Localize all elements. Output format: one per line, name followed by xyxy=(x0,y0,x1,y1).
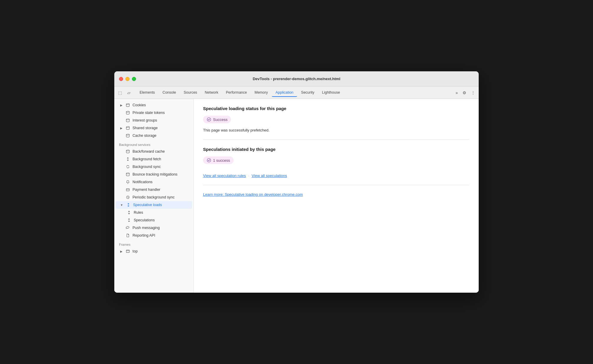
learn-more-link[interactable]: Learn more: Speculative loading on devel… xyxy=(203,192,469,197)
svg-rect-9 xyxy=(126,250,130,253)
section-learn-more: Learn more: Speculative loading on devel… xyxy=(203,192,469,197)
tab-performance[interactable]: Performance xyxy=(222,89,251,97)
close-button[interactable] xyxy=(119,77,123,81)
window-title: DevTools - prerender-demos.glitch.me/nex… xyxy=(253,77,340,81)
sidebar-label-bounce-tracking: Bounce tracking mitigations xyxy=(133,172,177,176)
tab-network[interactable]: Network xyxy=(201,89,222,97)
sidebar-label-back-forward-cache: Back/forward cache xyxy=(133,149,165,154)
links-row: View all speculation rules · View all sp… xyxy=(203,173,469,178)
tab-sources[interactable]: Sources xyxy=(180,89,201,97)
device-icon[interactable]: ▱ xyxy=(125,90,132,96)
frames-label: Frames xyxy=(114,239,193,247)
expand-icon: ▶ xyxy=(120,104,123,107)
section-status: Speculative loading status for this page… xyxy=(203,106,469,132)
background-services-label: Background services xyxy=(114,139,193,148)
more-tabs-icon[interactable]: » xyxy=(454,89,459,96)
tab-bar: ⬚ ▱ Elements Console Sources Network Per… xyxy=(114,87,479,99)
sidebar-item-private-state-tokens[interactable]: Private state tokens xyxy=(115,109,192,117)
tab-elements[interactable]: Elements xyxy=(136,89,158,97)
svg-rect-7 xyxy=(126,189,130,191)
cloud-icon xyxy=(125,225,130,230)
sidebar-item-push-messaging[interactable]: Push messaging xyxy=(115,224,192,232)
sidebar-item-background-sync[interactable]: Background sync xyxy=(115,163,192,171)
arrows-icon xyxy=(125,157,130,161)
svg-point-10 xyxy=(207,118,211,121)
expand-icon: ▶ xyxy=(120,250,123,253)
svg-point-11 xyxy=(207,159,211,162)
check-circle-icon xyxy=(207,117,211,122)
tab-bar-right: » ⚙ ⋮ xyxy=(454,89,476,96)
badge-text: Success xyxy=(213,117,227,122)
arrows-icon xyxy=(126,203,131,207)
main-layout: ▶ Cookies Private state tokens Interest … xyxy=(114,99,479,293)
sidebar-item-cookies[interactable]: ▶ Cookies xyxy=(115,101,192,109)
settings-icon[interactable]: ⚙ xyxy=(461,89,468,96)
arrows-icon xyxy=(127,218,131,223)
cylinder-icon xyxy=(125,126,130,130)
sidebar-item-speculations[interactable]: Speculations xyxy=(115,216,192,224)
sync-icon xyxy=(125,164,130,169)
cylinder-icon xyxy=(125,103,130,107)
card-icon xyxy=(125,187,130,192)
title-bar: DevTools - prerender-demos.glitch.me/nex… xyxy=(114,71,479,87)
devtools-window: DevTools - prerender-demos.glitch.me/nex… xyxy=(114,71,479,293)
sidebar-item-bounce-tracking[interactable]: Bounce tracking mitigations xyxy=(115,171,192,178)
sidebar-item-back-forward-cache[interactable]: Back/forward cache xyxy=(115,148,192,155)
sidebar-label-private-state-tokens: Private state tokens xyxy=(133,111,165,115)
check-circle-icon-2 xyxy=(207,158,211,163)
sidebar-item-payment-handler[interactable]: Payment handler xyxy=(115,186,192,193)
sidebar-label-push-messaging: Push messaging xyxy=(133,226,160,230)
tab-console[interactable]: Console xyxy=(159,89,180,97)
section-speculations: Speculations initiated by this page 1 su… xyxy=(203,147,469,178)
more-options-icon[interactable]: ⋮ xyxy=(470,89,476,96)
sidebar-item-speculative-loads[interactable]: ▼ Speculative loads xyxy=(115,201,192,209)
badge-success: Success xyxy=(203,116,231,123)
divider-1 xyxy=(203,139,469,140)
view-all-speculations-link[interactable]: View all speculations xyxy=(252,173,287,178)
svg-point-6 xyxy=(126,173,130,174)
separator: · xyxy=(248,173,249,178)
svg-point-3 xyxy=(126,127,130,128)
main-content: Speculative loading status for this page… xyxy=(194,99,479,293)
sidebar-item-top[interactable]: ▶ top xyxy=(115,247,192,255)
tab-memory[interactable]: Memory xyxy=(251,89,271,97)
tab-lighthouse[interactable]: Lighthouse xyxy=(319,89,344,97)
cylinder-icon xyxy=(125,110,130,115)
sidebar-item-notifications[interactable]: Notifications xyxy=(115,178,192,186)
sidebar-label-top: top xyxy=(133,249,138,253)
badge-count: 1 success xyxy=(203,156,234,164)
doc-icon xyxy=(125,233,130,238)
maximize-button[interactable] xyxy=(132,77,136,81)
sidebar-label-periodic-sync: Periodic background sync xyxy=(133,195,175,199)
sidebar-label-background-sync: Background sync xyxy=(133,165,161,169)
arrows-icon xyxy=(127,210,131,215)
traffic-lights xyxy=(119,77,136,81)
svg-point-0 xyxy=(126,104,130,105)
divider-2 xyxy=(203,185,469,185)
frame-icon xyxy=(125,249,130,254)
sidebar-item-shared-storage[interactable]: ▶ Shared storage xyxy=(115,124,192,132)
sidebar-item-background-fetch[interactable]: Background fetch xyxy=(115,155,192,163)
expand-icon: ▶ xyxy=(120,127,123,130)
tab-application[interactable]: Application xyxy=(272,89,297,97)
sidebar: ▶ Cookies Private state tokens Interest … xyxy=(114,99,194,293)
sidebar-label-notifications: Notifications xyxy=(133,180,153,184)
status-description: This page was successfully prefetched. xyxy=(203,128,469,132)
inspect-icon[interactable]: ⬚ xyxy=(117,90,123,96)
sidebar-label-speculations: Speculations xyxy=(134,218,155,222)
svg-point-1 xyxy=(126,111,130,112)
sidebar-item-cache-storage[interactable]: Cache storage xyxy=(115,132,192,139)
sidebar-item-interest-groups[interactable]: Interest groups xyxy=(115,117,192,124)
sidebar-item-reporting-api[interactable]: Reporting API xyxy=(115,232,192,239)
sidebar-item-periodic-sync[interactable]: Periodic background sync xyxy=(115,193,192,201)
bell-icon xyxy=(125,180,130,184)
minimize-button[interactable] xyxy=(125,77,130,81)
sidebar-label-payment-handler: Payment handler xyxy=(133,188,160,192)
sidebar-item-rules[interactable]: Rules xyxy=(115,209,192,216)
cylinder-icon xyxy=(125,118,130,123)
view-speculation-rules-link[interactable]: View all speculation rules xyxy=(203,173,246,178)
toolbar-icons: ⬚ ▱ xyxy=(117,90,132,96)
badge-count-text: 1 success xyxy=(213,158,230,163)
svg-point-5 xyxy=(126,150,130,151)
tab-security[interactable]: Security xyxy=(298,89,318,97)
